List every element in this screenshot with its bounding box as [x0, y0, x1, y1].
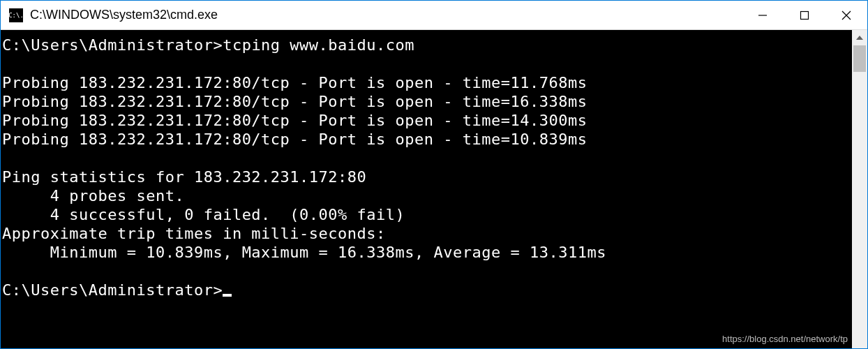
terminal-output[interactable]: C:\Users\Administrator>tcping www.baidu.…	[1, 30, 852, 348]
approx-values: Minimum = 10.839ms, Maximum = 16.338ms, …	[2, 244, 606, 261]
prompt-line: C:\Users\Administrator>	[2, 36, 223, 54]
cursor	[223, 294, 232, 297]
cmd-icon: C:\.	[9, 8, 23, 22]
approx-header: Approximate trip times in milli-seconds:	[2, 225, 386, 242]
prompt-line: C:\Users\Administrator>	[2, 281, 223, 299]
svg-rect-1	[801, 11, 809, 19]
minimize-button[interactable]	[742, 1, 784, 29]
maximize-button[interactable]	[784, 1, 825, 29]
command-text: tcping www.baidu.com	[223, 36, 414, 54]
stats-sent: 4 probes sent.	[2, 187, 184, 205]
probe-line: Probing 183.232.231.172:80/tcp - Port is…	[2, 74, 587, 91]
window-title: C:\WINDOWS\system32\cmd.exe	[30, 8, 742, 22]
titlebar[interactable]: C:\. C:\WINDOWS\system32\cmd.exe	[1, 1, 867, 30]
terminal-area: C:\Users\Administrator>tcping www.baidu.…	[1, 30, 867, 348]
window-controls	[742, 1, 867, 29]
probe-line: Probing 183.232.231.172:80/tcp - Port is…	[2, 112, 587, 129]
probe-line: Probing 183.232.231.172:80/tcp - Port is…	[2, 93, 587, 110]
scroll-up-icon[interactable]	[852, 30, 867, 45]
stats-success: 4 successful, 0 failed. (0.00% fail)	[2, 206, 405, 223]
probe-line: Probing 183.232.231.172:80/tcp - Port is…	[2, 131, 587, 148]
close-button[interactable]	[825, 1, 867, 29]
scrollbar[interactable]	[852, 30, 867, 348]
scroll-thumb[interactable]	[853, 45, 866, 72]
watermark: https://blog.csdn.net/network/tp	[722, 334, 848, 344]
stats-header: Ping statistics for 183.232.231.172:80	[2, 168, 366, 186]
